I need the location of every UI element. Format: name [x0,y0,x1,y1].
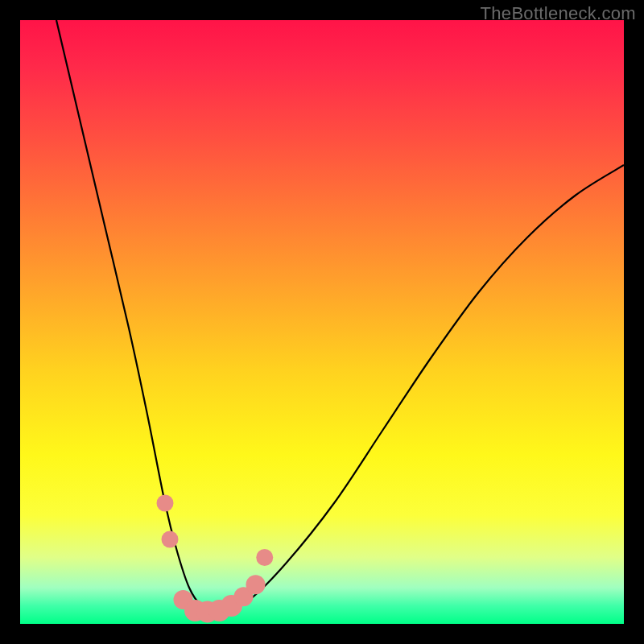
marker-dot [256,549,273,566]
marker-dot [246,575,266,594]
bottleneck-curve [56,20,624,613]
marker-dot [157,495,174,512]
highlight-markers [157,495,274,623]
watermark-text: TheBottleneck.com [481,3,636,24]
marker-dot [162,531,179,548]
chart-svg [20,20,624,624]
plot-area [20,20,624,624]
